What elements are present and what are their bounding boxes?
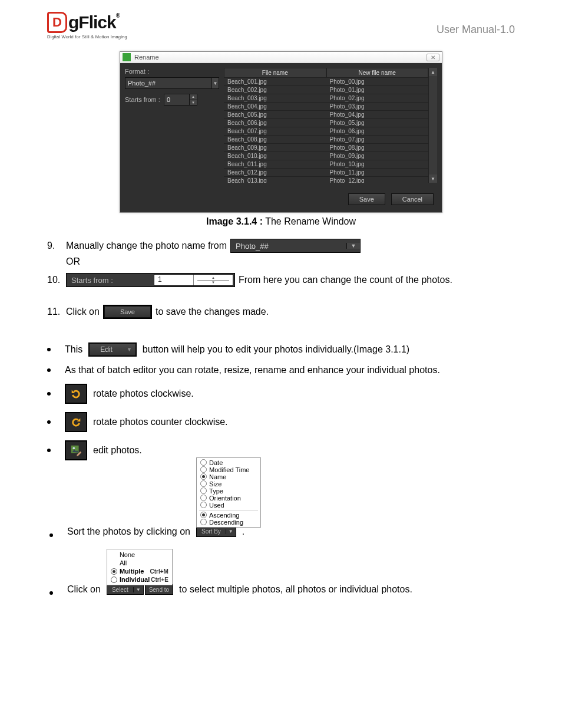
sortby-type[interactable]: Type <box>197 487 260 495</box>
table-row[interactable]: Beach_009.jpgPhoto_08.jpg <box>224 144 428 152</box>
col-filename: File name <box>224 68 326 78</box>
bullet-edit-b: button will help you to edit your photos… <box>143 344 409 355</box>
cell-filename: Beach_009.jpg <box>224 144 326 151</box>
format-label: Format : <box>125 68 219 75</box>
cell-newfilename: Photo_09.jpg <box>326 152 429 160</box>
sortby-ascending[interactable]: Ascending <box>197 512 260 519</box>
starts-spinner[interactable]: ▲ ▼ <box>164 94 197 106</box>
step-9-or: OR <box>66 256 80 267</box>
cancel-button[interactable]: Cancel <box>391 193 434 205</box>
table-row[interactable]: Beach_008.jpgPhoto_07.jpg <box>224 136 428 144</box>
sortby-descending[interactable]: Descending <box>197 519 260 526</box>
table-row[interactable]: Beach_003.jpgPhoto_02.jpg <box>224 94 428 103</box>
chevron-down-icon[interactable]: ▼ <box>133 587 143 592</box>
sortby-date[interactable]: Date <box>197 459 260 466</box>
table-row[interactable]: Beach_002.jpgPhoto_01.jpg <box>224 86 428 94</box>
logo-reg: ® <box>116 12 120 19</box>
step-num-11: 11. <box>47 307 62 317</box>
cell-newfilename: Photo_03.jpg <box>326 103 429 110</box>
table-row[interactable]: Beach_012.jpgPhoto_11.jpg <box>224 169 428 177</box>
cell-newfilename: Photo_01.jpg <box>326 86 429 94</box>
sortby-orientation[interactable]: Orientation <box>197 495 260 502</box>
bullet-batch: As that of batch editor you can rotate, … <box>65 365 440 375</box>
select-all[interactable]: All <box>107 559 172 567</box>
cell-filename: Beach_001.jpg <box>224 78 326 85</box>
window-title: Rename <box>134 54 159 61</box>
chevron-down-icon[interactable]: ▼ <box>123 347 135 353</box>
bullet-icon <box>47 420 51 424</box>
table-row[interactable]: Beach_004.jpgPhoto_03.jpg <box>224 103 428 111</box>
scrollbar[interactable]: ▲ ▼ <box>428 68 437 183</box>
edit-photo-icon[interactable] <box>65 440 87 460</box>
cell-filename: Beach_005.jpg <box>224 111 326 118</box>
select-menu[interactable]: None All MultipleCtrl+M IndividualCtrl+E <box>107 549 173 585</box>
bullet-icon <box>47 368 51 372</box>
logo-d-icon: D <box>47 12 67 33</box>
table-row[interactable]: Beach_013.jpgPhoto_12.jpg <box>224 177 428 183</box>
save-button[interactable]: Save <box>348 193 385 205</box>
format-field[interactable] <box>125 78 211 88</box>
rotate-cw-icon[interactable] <box>65 384 87 404</box>
cell-filename: Beach_011.jpg <box>224 160 326 168</box>
table-row[interactable]: Beach_001.jpgPhoto_00.jpg <box>224 78 428 86</box>
close-button[interactable]: ✕ <box>427 54 439 61</box>
sortby-menu[interactable]: Date Modified Time Name Size Type Orient… <box>196 457 261 528</box>
photo-format-text: Photo_## <box>231 241 346 252</box>
table-row[interactable]: Beach_007.jpgPhoto_06.jpg <box>224 127 428 136</box>
sortby-size[interactable]: Size <box>197 480 260 487</box>
scroll-down-icon[interactable]: ▼ <box>429 174 437 183</box>
logo-text: gFlick <box>68 12 116 32</box>
starts-from-value[interactable]: 1 <box>154 275 193 285</box>
cell-filename: Beach_003.jpg <box>224 94 326 102</box>
sendto-button[interactable]: Send to <box>145 584 173 595</box>
bullet-icon <box>47 348 51 351</box>
bullet-icon <box>47 392 51 396</box>
sortby-name[interactable]: Name <box>197 473 260 480</box>
cell-newfilename: Photo_11.jpg <box>326 169 429 176</box>
save-inline-button[interactable]: Save <box>103 305 152 319</box>
cell-filename: Beach_004.jpg <box>224 103 326 110</box>
bullet-select-b: to select multiple photos, all photos or… <box>179 584 412 595</box>
chevron-down-icon[interactable]: ▼ <box>211 78 219 88</box>
select-none[interactable]: None <box>107 551 172 559</box>
starts-label: Starts from : <box>125 96 160 103</box>
starts-field[interactable] <box>164 94 189 105</box>
bullet-select-a: Click on <box>67 584 101 595</box>
select-multiple[interactable]: MultipleCtrl+M <box>107 567 172 575</box>
select-individual[interactable]: IndividualCtrl+E <box>107 575 172 584</box>
spin-up-icon[interactable]: ▲ <box>190 94 197 100</box>
table-row[interactable]: Beach_005.jpgPhoto_04.jpg <box>224 111 428 119</box>
scroll-up-icon[interactable]: ▲ <box>429 68 437 76</box>
cell-filename: Beach_008.jpg <box>224 136 326 143</box>
cell-filename: Beach_006.jpg <box>224 119 326 127</box>
cell-newfilename: Photo_02.jpg <box>326 94 429 102</box>
sortby-button[interactable]: Sort By ▼ <box>196 526 236 537</box>
table-row[interactable]: Beach_010.jpgPhoto_09.jpg <box>224 152 428 160</box>
cell-newfilename: Photo_04.jpg <box>326 111 429 118</box>
bullet-rotate-ccw: rotate photos counter clockwise. <box>93 417 228 427</box>
rename-window: Rename ✕ Format : ▼ Starts from : ▲ ▼ <box>120 51 442 213</box>
table-row[interactable]: Beach_006.jpgPhoto_05.jpg <box>224 119 428 127</box>
sortby-used[interactable]: Used <box>197 502 260 509</box>
sortby-modified[interactable]: Modified Time <box>197 466 260 473</box>
spin-down-icon[interactable]: ▼ <box>190 100 197 106</box>
chevron-down-icon[interactable]: ▼ <box>226 529 236 534</box>
spin-down-icon[interactable]: ▼ <box>197 281 229 285</box>
chevron-down-icon[interactable]: ▼ <box>346 243 360 249</box>
bullet-icon <box>49 591 53 595</box>
format-input[interactable]: ▼ <box>125 77 219 89</box>
select-button[interactable]: Select ▼ <box>107 584 144 595</box>
table-row[interactable]: Beach_011.jpgPhoto_10.jpg <box>224 160 428 169</box>
cell-newfilename: Photo_12.jpg <box>326 177 429 183</box>
cell-filename: Beach_013.jpg <box>224 177 326 183</box>
photo-format-widget[interactable]: Photo_## ▼ <box>230 239 361 253</box>
starts-from-label: Starts from : <box>67 275 153 286</box>
cell-filename: Beach_012.jpg <box>224 169 326 176</box>
bullet-sort-a: Sort the photos by clicking on <box>67 526 190 537</box>
starts-from-widget[interactable]: Starts from : 1 ▲ ▼ <box>66 273 235 287</box>
edit-dropdown-button[interactable]: Edit ▼ <box>88 342 137 357</box>
logo-tagline: Digital World for Still & Motion Imaging <box>47 34 141 39</box>
step-num-9: 9. <box>47 241 62 251</box>
spin-up-icon[interactable]: ▲ <box>197 275 229 281</box>
rotate-ccw-icon[interactable] <box>65 412 87 432</box>
